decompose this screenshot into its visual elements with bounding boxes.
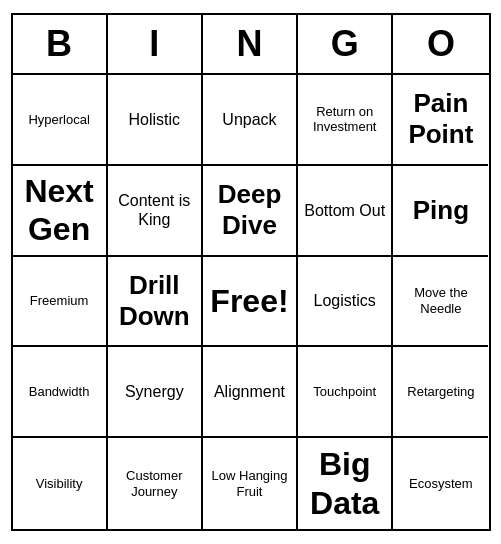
cell-text: Visibility — [36, 476, 83, 492]
bingo-cell: Hyperlocal — [13, 75, 108, 166]
bingo-cell: Low Hanging Fruit — [203, 438, 298, 529]
bingo-cell: Ping — [393, 166, 488, 257]
bingo-cell: Content is King — [108, 166, 203, 257]
cell-text: Big Data — [304, 445, 385, 522]
bingo-cell: Bottom Out — [298, 166, 393, 257]
bingo-cell: Pain Point — [393, 75, 488, 166]
bingo-cell: Synergy — [108, 347, 203, 438]
cell-text: Ecosystem — [409, 476, 473, 492]
bingo-cell: Bandwidth — [13, 347, 108, 438]
header-letter: N — [203, 15, 298, 73]
cell-text: Content is King — [114, 191, 195, 229]
bingo-cell: Freemium — [13, 257, 108, 348]
cell-text: Customer Journey — [114, 468, 195, 499]
cell-text: Bandwidth — [29, 384, 90, 400]
bingo-cell: Logistics — [298, 257, 393, 348]
bingo-cell: Unpack — [203, 75, 298, 166]
bingo-cell: Drill Down — [108, 257, 203, 348]
bingo-card: BINGO HyperlocalHolisticUnpackReturn on … — [11, 13, 491, 531]
cell-text: Synergy — [125, 382, 184, 401]
cell-text: Move the Needle — [399, 285, 482, 316]
cell-text: Pain Point — [399, 88, 482, 150]
bingo-cell: Free! — [203, 257, 298, 348]
bingo-cell: Return on Investment — [298, 75, 393, 166]
cell-text: Hyperlocal — [28, 112, 89, 128]
cell-text: Freemium — [30, 293, 89, 309]
cell-text: Low Hanging Fruit — [209, 468, 290, 499]
cell-text: Free! — [210, 282, 288, 320]
bingo-grid: HyperlocalHolisticUnpackReturn on Invest… — [13, 75, 489, 529]
header-letter: B — [13, 15, 108, 73]
cell-text: Unpack — [222, 110, 276, 129]
header-letter: G — [298, 15, 393, 73]
bingo-cell: Customer Journey — [108, 438, 203, 529]
cell-text: Alignment — [214, 382, 285, 401]
cell-text: Deep Dive — [209, 179, 290, 241]
bingo-header: BINGO — [13, 15, 489, 75]
cell-text: Holistic — [129, 110, 181, 129]
bingo-cell: Ecosystem — [393, 438, 488, 529]
header-letter: I — [108, 15, 203, 73]
bingo-cell: Touchpoint — [298, 347, 393, 438]
cell-text: Ping — [413, 195, 469, 226]
bingo-cell: Holistic — [108, 75, 203, 166]
cell-text: Bottom Out — [304, 201, 385, 220]
cell-text: Logistics — [314, 291, 376, 310]
bingo-cell: Deep Dive — [203, 166, 298, 257]
header-letter: O — [393, 15, 488, 73]
cell-text: Retargeting — [407, 384, 474, 400]
cell-text: Drill Down — [114, 270, 195, 332]
bingo-cell: Big Data — [298, 438, 393, 529]
bingo-cell: Alignment — [203, 347, 298, 438]
bingo-cell: Next Gen — [13, 166, 108, 257]
cell-text: Touchpoint — [313, 384, 376, 400]
bingo-cell: Move the Needle — [393, 257, 488, 348]
cell-text: Next Gen — [19, 172, 100, 249]
bingo-cell: Retargeting — [393, 347, 488, 438]
bingo-cell: Visibility — [13, 438, 108, 529]
cell-text: Return on Investment — [304, 104, 385, 135]
